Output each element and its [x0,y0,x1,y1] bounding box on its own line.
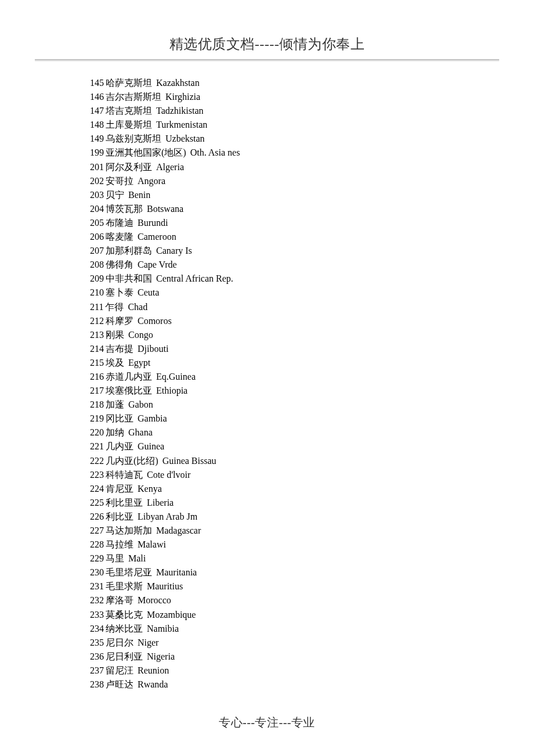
country-name-en: Comoros [138,316,172,326]
country-name-cn: 加蓬 [106,399,124,409]
country-name-en: Guinea Bissau [163,456,217,466]
country-name-en: Kirghizia [165,92,200,102]
country-name-en: Mauritius [147,581,183,591]
country-code: 214 [90,344,104,354]
country-name-en: Oth. Asia nes [190,147,240,157]
list-item: 236尼日利亚 Nigeria [90,650,499,664]
list-item: 205布隆迪 Burundi [90,216,499,230]
country-code: 222 [90,456,104,466]
country-name-en: Uzbekstan [165,134,205,143]
country-name-cn: 乍得 [105,302,124,312]
country-name-cn: 加纳 [106,427,124,437]
country-code: 204 [90,204,104,214]
country-name-en: Madagascar [156,525,201,535]
list-item: 209中非共和国 Central African Rep. [90,272,499,286]
country-code: 210 [90,287,104,297]
country-name-cn: 吉布提 [106,344,134,354]
list-item: 146吉尔吉斯斯坦 Kirghizia [90,90,499,104]
list-item: 204博茨瓦那 Botswana [90,202,499,216]
list-item: 238卢旺达 Rwanda [90,678,499,692]
list-item: 228马拉维 Malawi [90,538,499,552]
country-name-en: Cote d'lvoir [147,470,190,480]
country-name-cn: 埃及 [106,358,124,368]
country-code: 206 [90,232,104,242]
country-code: 199 [90,147,104,157]
country-name-cn: 卢旺达 [106,679,134,689]
country-name-cn: 加那利群岛 [106,246,152,255]
list-item: 215埃及 Egypt [90,356,499,370]
country-code: 203 [90,190,104,200]
country-name-cn: 中非共和国 [106,273,152,283]
country-name-en: Central African Rep. [156,273,233,283]
country-name-cn: 喀麦隆 [106,232,134,242]
country-name-cn: 莫桑比克 [106,610,143,620]
country-name-en: Morocco [138,595,171,605]
country-code: 216 [90,372,104,381]
country-code: 225 [90,498,104,507]
country-code: 236 [90,651,104,661]
country-name-cn: 布隆迪 [106,218,134,228]
country-name-cn: 吉尔吉斯斯坦 [106,92,161,102]
list-item: 210塞卜泰 Ceuta [90,286,499,300]
country-name-cn: 塞卜泰 [106,287,134,297]
country-name-cn: 埃塞俄比亚 [106,386,152,395]
list-item: 217埃塞俄比亚 Ethiopia [90,384,499,398]
country-code: 208 [90,260,104,269]
list-item: 199亚洲其他国家(地区) Oth. Asia nes [90,146,499,160]
country-name-cn: 乌兹别克斯坦 [106,134,161,143]
country-name-cn: 安哥拉 [106,176,134,186]
country-code: 215 [90,358,104,368]
country-name-cn: 赤道几内亚 [106,372,152,381]
country-name-en: Angora [138,176,165,186]
country-code: 219 [90,413,104,423]
country-code: 226 [90,512,104,521]
country-name-cn: 科摩罗 [106,316,134,326]
country-code: 237 [90,665,104,675]
country-name-en: Gabon [128,399,153,409]
country-name-cn: 阿尔及利亚 [106,162,152,172]
country-name-en: Ethiopia [156,386,187,395]
country-name-en: Egypt [128,358,150,368]
list-item: 203贝宁 Benin [90,188,499,202]
country-name-en: Rwanda [138,679,168,689]
country-name-cn: 亚洲其他国家(地区) [106,147,186,157]
list-item: 202安哥拉 Angora [90,174,499,188]
country-code: 229 [90,553,104,563]
country-name-cn: 利比亚 [106,512,134,521]
country-name-cn: 土库曼斯坦 [106,120,152,129]
country-code: 227 [90,525,104,535]
list-item: 148土库曼斯坦 Turkmenistan [90,118,499,132]
list-item: 233莫桑比克 Mozambique [90,608,499,622]
country-code: 232 [90,595,104,605]
list-item: 208佛得角 Cape Vrde [90,258,499,272]
country-name-cn: 马拉维 [106,539,134,549]
country-name-en: Mali [128,553,146,563]
country-name-cn: 纳米比亚 [106,624,143,633]
country-name-en: Gambia [138,413,167,423]
country-name-en: Botswana [147,204,183,214]
country-name-en: Mozambique [147,610,196,620]
list-item: 216赤道几内亚 Eq.Guinea [90,370,499,384]
country-code: 218 [90,399,104,409]
country-name-en: Namibia [147,624,179,633]
country-code: 217 [90,386,104,395]
country-code: 230 [90,567,104,577]
country-name-cn: 利比里亚 [106,498,143,507]
country-name-cn: 马达加斯加 [106,525,152,535]
country-name-cn: 几内亚(比绍) [106,456,158,466]
country-code: 205 [90,218,104,228]
country-code: 209 [90,273,104,283]
country-code: 207 [90,246,104,255]
list-item: 201阿尔及利亚 Algeria [90,160,499,174]
list-item: 234纳米比亚 Namibia [90,622,499,636]
country-name-en: Benin [128,190,150,200]
country-name-cn: 塔吉克斯坦 [106,106,152,116]
list-item: 226利比亚 Libyan Arab Jm [90,510,499,524]
country-name-cn: 肯尼亚 [106,484,134,494]
country-code: 148 [90,120,104,129]
country-code: 145 [90,78,104,88]
list-item: 218加蓬 Gabon [90,398,499,412]
country-name-en: Ghana [128,427,153,437]
list-item: 212科摩罗 Comoros [90,314,499,328]
country-code: 212 [90,316,104,326]
